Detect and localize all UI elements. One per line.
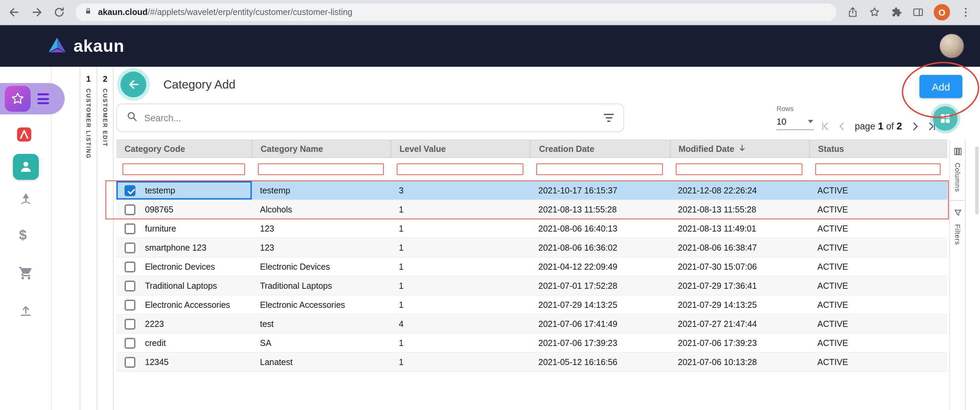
applet-star-icon[interactable] — [5, 86, 30, 112]
columns-panel-tab[interactable]: Columns — [950, 140, 965, 200]
filter-input-level-value[interactable] — [397, 163, 523, 175]
column-header-category-code[interactable]: Category Code — [116, 140, 252, 157]
column-header-category-name[interactable]: Category Name — [252, 140, 391, 157]
cell-category-code: 098765 — [116, 200, 252, 219]
right-rail: Columns Filters — [950, 140, 966, 410]
menu-icon[interactable] — [37, 93, 49, 104]
customer-module-icon[interactable] — [13, 154, 39, 180]
tab-number: 2 — [103, 74, 107, 84]
table-row[interactable]: Traditional LaptopsTraditional Laptops12… — [116, 276, 947, 295]
cell-category-code: Traditional Laptops — [116, 276, 252, 295]
cell-creation-date: 2021-05-12 16:16:56 — [530, 353, 670, 371]
first-page-icon[interactable] — [819, 120, 831, 132]
tab-customer-edit[interactable]: 2 CUSTOMER EDIT — [97, 67, 114, 410]
dollar-icon[interactable]: $ — [19, 228, 27, 242]
filters-funnel-icon — [954, 207, 961, 219]
address-bar[interactable]: akaun.cloud/#/applets/wavelet/erp/entity… — [76, 3, 837, 21]
search-bar — [116, 104, 624, 132]
add-button[interactable]: Add — [920, 75, 962, 98]
back-button[interactable] — [121, 72, 146, 97]
search-input[interactable] — [144, 113, 597, 123]
cell-category-name: Lanatest — [252, 353, 391, 371]
search-icon — [127, 111, 137, 124]
cell-creation-date: 2021-08-06 16:36:02 — [530, 238, 670, 257]
cart-icon[interactable] — [18, 266, 33, 281]
side-panel-icon[interactable] — [912, 6, 924, 18]
cell-modified-date: 2021-12-08 22:26:24 — [670, 181, 809, 199]
browser-actions: O — [846, 4, 972, 21]
url-domain: akaun.cloud — [98, 8, 148, 17]
red-app-icon[interactable] — [16, 126, 33, 143]
row-checkbox[interactable] — [124, 337, 135, 348]
category-code-text: 2223 — [145, 319, 164, 329]
share-icon[interactable] — [846, 6, 859, 18]
grid-view-button[interactable] — [933, 106, 958, 131]
workspace-tab-strip: 1 CUSTOMER LISTING 2 CUSTOMER EDIT — [80, 67, 114, 410]
page-indicator: page 1 of 2 — [855, 121, 902, 131]
cell-category-name: 123 — [252, 238, 391, 257]
cell-modified-date: 2021-07-29 14:13:25 — [670, 295, 809, 314]
table-row[interactable]: Electronic AccessoriesElectronic Accesso… — [116, 295, 947, 315]
browser-reload-icon[interactable] — [53, 6, 65, 18]
table-row[interactable]: Electronic DevicesElectronic Devices1202… — [116, 257, 947, 276]
applet-switcher[interactable] — [0, 83, 65, 115]
cell-status: ACTIVE — [809, 315, 947, 333]
row-checkbox[interactable] — [124, 204, 135, 215]
current-page: 1 — [878, 121, 883, 131]
column-header-level-value[interactable]: Level Value — [391, 140, 530, 157]
cell-status: ACTIVE — [809, 238, 947, 257]
browser-back-icon[interactable] — [8, 6, 21, 18]
table-row[interactable]: creditSA12021-07-06 17:39:232021-07-06 1… — [116, 334, 947, 353]
cell-level-value: 1 — [391, 334, 530, 352]
table-row[interactable]: testemptestemp32021-10-17 16:15:372021-1… — [116, 181, 947, 200]
table-row[interactable]: furniture12312021-08-06 16:40:132021-08-… — [116, 219, 947, 238]
filter-input-category-code[interactable] — [123, 163, 245, 175]
upload-icon[interactable] — [18, 303, 33, 318]
landmark-icon[interactable] — [18, 191, 33, 206]
table-row[interactable]: 12345Lanatest12021-05-12 16:16:562021-07… — [116, 353, 947, 372]
column-filter-row — [116, 158, 947, 181]
cell-level-value: 3 — [391, 181, 530, 199]
cell-category-name: test — [252, 315, 391, 333]
row-checkbox[interactable] — [124, 261, 135, 272]
row-checkbox[interactable] — [124, 280, 135, 291]
filter-input-creation-date[interactable] — [536, 163, 663, 175]
extensions-icon[interactable] — [890, 6, 902, 18]
browser-forward-icon[interactable] — [30, 6, 43, 18]
table-row[interactable]: 2223test42021-07-06 17:41:492021-07-27 2… — [116, 315, 947, 334]
column-header-modified-date[interactable]: Modified Date — [670, 140, 809, 157]
browser-menu-icon[interactable] — [959, 6, 972, 18]
bookmark-star-icon[interactable] — [869, 6, 881, 18]
browser-profile-avatar[interactable]: O — [934, 4, 950, 21]
row-checkbox[interactable] — [124, 242, 135, 253]
scrollbar-thumb[interactable] — [975, 147, 978, 215]
category-table: Category Code Category Name Level Value … — [116, 140, 947, 372]
row-checkbox[interactable] — [124, 318, 135, 329]
next-page-icon[interactable] — [909, 120, 921, 132]
cell-category-name: SA — [252, 334, 391, 352]
columns-icon — [954, 146, 961, 158]
paginator: page 1 of 2 — [819, 117, 938, 135]
cell-status: ACTIVE — [809, 200, 947, 219]
user-avatar[interactable] — [939, 34, 964, 59]
row-checkbox[interactable] — [124, 223, 135, 234]
table-row[interactable]: 098765Alcohols12021-08-13 11:55:282021-0… — [116, 200, 947, 219]
filter-input-category-name[interactable] — [258, 163, 384, 175]
row-checkbox[interactable] — [124, 357, 135, 367]
filter-input-modified-date[interactable] — [676, 163, 802, 175]
column-header-status[interactable]: Status — [809, 140, 947, 157]
filters-label: Filters — [954, 224, 961, 245]
filter-list-icon[interactable] — [604, 114, 614, 122]
tab-customer-listing[interactable]: 1 CUSTOMER LISTING — [80, 67, 97, 410]
row-checkbox[interactable] — [124, 185, 135, 196]
filter-input-status[interactable] — [815, 163, 940, 175]
row-checkbox[interactable] — [124, 299, 135, 310]
prev-page-icon[interactable] — [836, 120, 848, 132]
cell-level-value: 1 — [391, 353, 530, 371]
column-header-creation-date[interactable]: Creation Date — [530, 140, 670, 157]
rows-per-page-select[interactable]: Rows 10 — [776, 105, 814, 130]
table-row[interactable]: smartphone 12312312021-08-06 16:36:02202… — [116, 238, 947, 257]
chevron-down-icon — [808, 120, 813, 123]
screen: akaun.cloud/#/applets/wavelet/erp/entity… — [0, 0, 980, 410]
filters-panel-tab[interactable]: Filters — [950, 200, 965, 253]
